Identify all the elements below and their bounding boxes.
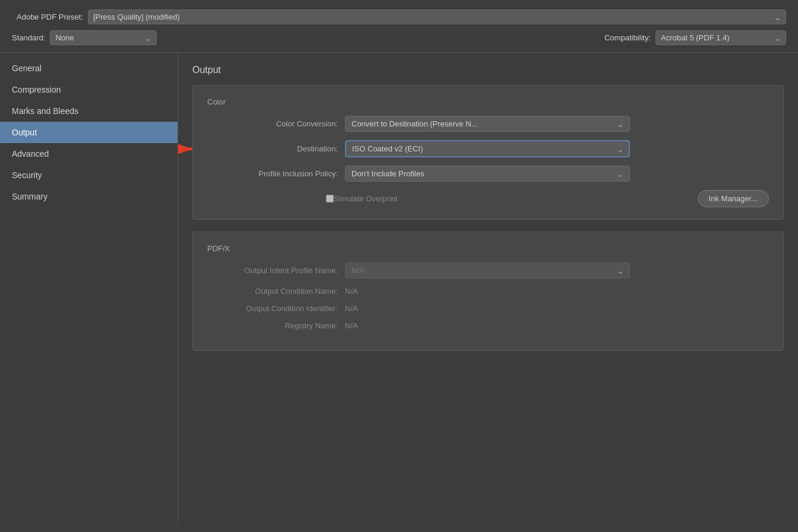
output-condition-name-label: Output Condition Name: [207, 287, 338, 296]
output-intent-row: Output Intent Profile Name: N/A [207, 262, 769, 278]
color-conversion-select[interactable]: Convert to Destination (Preserve N... [345, 116, 630, 132]
profile-inclusion-select[interactable]: Don't Include Profiles [345, 166, 630, 182]
color-conversion-label: Color Conversion: [207, 119, 338, 128]
sidebar-item-general[interactable]: General [0, 58, 178, 79]
profile-inclusion-label: Profile Inclusion Policy: [207, 169, 338, 178]
compat-label: Compatibility: [604, 33, 651, 42]
pdfx-panel: PDF/X Output Intent Profile Name: N/A Ou… [192, 232, 784, 351]
standard-select[interactable]: None [50, 30, 157, 45]
main-content: General Compression Marks and Bleeds Out… [0, 53, 798, 525]
pdfx-panel-title: PDF/X [207, 244, 769, 253]
checkbox-section: Simulate Overprint [326, 194, 698, 203]
standard-compat-row: Standard: None Compatibility: Acrobat 5 … [12, 30, 786, 45]
output-condition-id-row: Output Condition Identifier: N/A [207, 304, 769, 313]
output-condition-name-row: Output Condition Name: N/A [207, 287, 769, 296]
output-intent-wrapper: N/A [345, 262, 630, 278]
color-panel-title: Color [207, 97, 769, 106]
profile-inclusion-row: Profile Inclusion Policy: Don't Include … [207, 166, 769, 182]
compat-select[interactable]: Acrobat 5 (PDF 1.4) [656, 30, 786, 45]
sidebar-item-output[interactable]: Output [0, 122, 178, 143]
sidebar-item-summary[interactable]: Summary [0, 186, 178, 207]
compat-select-wrapper: Acrobat 5 (PDF 1.4) [656, 30, 786, 45]
top-bar: Adobe PDF Preset: [Press Quality] (modif… [0, 0, 798, 53]
destination-select[interactable]: ISO Coated v2 (ECI) [345, 140, 630, 157]
simulate-overprint-checkbox[interactable] [326, 195, 334, 202]
compat-group: Compatibility: Acrobat 5 (PDF 1.4) [604, 30, 786, 45]
preset-label: Adobe PDF Preset: [12, 12, 83, 21]
standard-group: Standard: None [12, 30, 157, 45]
profile-inclusion-wrapper: Don't Include Profiles [345, 166, 630, 182]
standard-label: Standard: [12, 33, 45, 42]
destination-label: Destination: [207, 144, 338, 153]
color-conversion-row: Color Conversion: Convert to Destination… [207, 116, 769, 132]
simulate-overprint-label: Simulate Overprint [334, 194, 398, 203]
ink-manager-button[interactable]: Ink Manager... [698, 190, 769, 207]
output-condition-id-value: N/A [345, 304, 358, 313]
dialog: Adobe PDF Preset: [Press Quality] (modif… [0, 0, 798, 532]
registry-name-label: Registry Name: [207, 321, 338, 330]
red-arrow-annotation [178, 137, 201, 161]
standard-select-wrapper: None [50, 30, 157, 45]
registry-name-row: Registry Name: N/A [207, 321, 769, 330]
output-condition-name-value: N/A [345, 287, 358, 296]
color-panel: Color Color Conversion: Convert to Desti… [192, 85, 784, 220]
color-conversion-wrapper: Convert to Destination (Preserve N... [345, 116, 630, 132]
destination-wrapper: ISO Coated v2 (ECI) [345, 140, 630, 157]
output-intent-label: Output Intent Profile Name: [207, 266, 338, 275]
output-condition-id-label: Output Condition Identifier: [207, 304, 338, 313]
sidebar-item-marks-and-bleeds[interactable]: Marks and Bleeds [0, 100, 178, 122]
sidebar-item-security[interactable]: Security [0, 164, 178, 186]
content-area: Output Color Color Conversion: Convert t… [178, 53, 798, 525]
preset-select[interactable]: [Press Quality] (modified) [88, 10, 786, 24]
sidebar-item-compression[interactable]: Compression [0, 79, 178, 100]
destination-row: Destination: ISO Coated v2 (ECI) [207, 140, 769, 157]
preset-row: Adobe PDF Preset: [Press Quality] (modif… [12, 10, 786, 24]
output-intent-select[interactable]: N/A [345, 262, 630, 278]
preset-select-wrapper: [Press Quality] (modified) [88, 10, 786, 24]
simulate-overprint-row: Simulate Overprint Ink Manager... [207, 190, 769, 207]
registry-name-value: N/A [345, 321, 358, 330]
sidebar-item-advanced[interactable]: Advanced [0, 143, 178, 164]
section-title: Output [192, 65, 784, 75]
sidebar: General Compression Marks and Bleeds Out… [0, 53, 178, 525]
